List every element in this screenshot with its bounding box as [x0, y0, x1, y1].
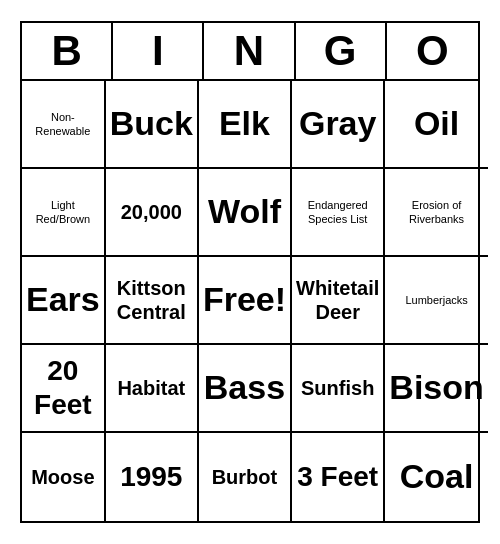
header-letter: O	[387, 23, 478, 79]
cell-content: 3 Feet	[297, 460, 378, 494]
bingo-cell: Light Red/Brown	[22, 169, 106, 257]
header-letter: B	[22, 23, 113, 79]
cell-content: Elk	[219, 105, 270, 142]
bingo-cell: Elk	[199, 81, 292, 169]
bingo-cell: Endangered Species List	[292, 169, 385, 257]
bingo-cell: Bison	[385, 345, 487, 433]
cell-content: Sunfish	[301, 376, 374, 400]
bingo-cell: Buck	[106, 81, 199, 169]
header-letter: N	[204, 23, 295, 79]
cell-content: Ears	[26, 281, 100, 318]
bingo-cell: Sunfish	[292, 345, 385, 433]
bingo-cell: Whitetail Deer	[292, 257, 385, 345]
bingo-cell: Wolf	[199, 169, 292, 257]
cell-content: Bison	[389, 369, 483, 406]
cell-content: Endangered Species List	[296, 198, 379, 227]
bingo-card: BINGO Non-RenewableBuckElkGrayOilLight R…	[20, 21, 480, 523]
bingo-cell: Non-Renewable	[22, 81, 106, 169]
bingo-cell: Erosion of Riverbanks	[385, 169, 487, 257]
cell-content: Habitat	[117, 376, 185, 400]
cell-content: Moose	[31, 465, 94, 489]
bingo-cell: 1995	[106, 433, 199, 521]
cell-content: Kittson Central	[110, 276, 193, 324]
header-letter: I	[113, 23, 204, 79]
cell-content: Bass	[204, 369, 285, 406]
bingo-cell: 3 Feet	[292, 433, 385, 521]
cell-content: Erosion of Riverbanks	[389, 198, 483, 227]
bingo-cell: Habitat	[106, 345, 199, 433]
cell-content: Wolf	[208, 193, 281, 230]
cell-content: Buck	[110, 105, 193, 142]
cell-content: Whitetail Deer	[296, 276, 379, 324]
cell-content: Free!	[203, 281, 286, 318]
bingo-cell: Free!	[199, 257, 292, 345]
bingo-cell: 20,000	[106, 169, 199, 257]
bingo-grid: Non-RenewableBuckElkGrayOilLight Red/Bro…	[22, 81, 478, 521]
cell-content: Non-Renewable	[26, 110, 100, 139]
bingo-cell: Ears	[22, 257, 106, 345]
cell-content: Burbot	[212, 465, 278, 489]
cell-content: Oil	[414, 105, 459, 142]
cell-content: 20 Feet	[26, 354, 100, 421]
cell-content: 1995	[120, 460, 182, 494]
bingo-cell: Burbot	[199, 433, 292, 521]
cell-content: Coal	[400, 458, 474, 495]
bingo-cell: Bass	[199, 345, 292, 433]
bingo-header: BINGO	[22, 23, 478, 81]
cell-content: 20,000	[121, 200, 182, 224]
bingo-cell: Kittson Central	[106, 257, 199, 345]
cell-content: Light Red/Brown	[26, 198, 100, 227]
cell-content: Lumberjacks	[405, 293, 467, 307]
cell-content: Gray	[299, 105, 377, 142]
header-letter: G	[296, 23, 387, 79]
bingo-cell: Oil	[385, 81, 487, 169]
bingo-cell: Gray	[292, 81, 385, 169]
bingo-cell: Moose	[22, 433, 106, 521]
bingo-cell: Coal	[385, 433, 487, 521]
bingo-cell: Lumberjacks	[385, 257, 487, 345]
bingo-cell: 20 Feet	[22, 345, 106, 433]
